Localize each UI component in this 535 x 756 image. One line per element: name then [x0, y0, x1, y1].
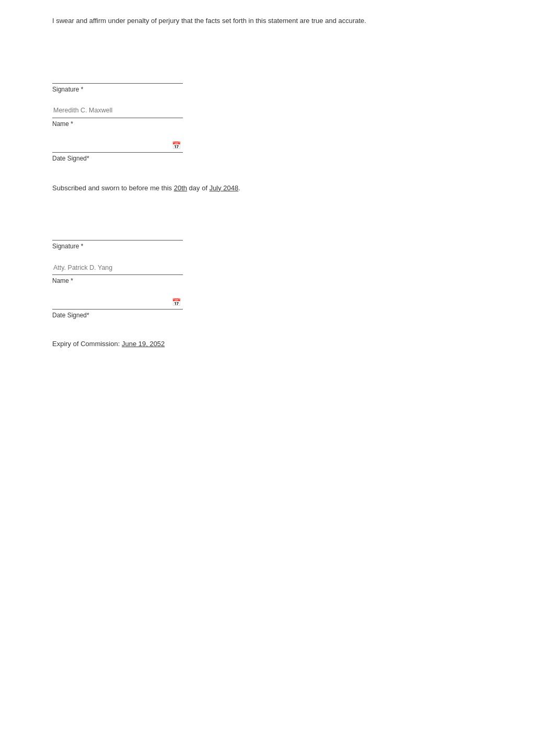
signer-date-input[interactable] — [52, 138, 183, 153]
page-content: I swear and affirm under penalty of perj… — [0, 0, 535, 379]
signer-date-label: Date Signed* — [52, 155, 483, 162]
signer-date-wrapper: 📅 — [52, 138, 183, 153]
subscribed-suffix: . — [238, 184, 240, 192]
signer-name-wrapper — [52, 104, 183, 118]
notary-signature-block: Signature * Name * 📅 Date Signed* — [52, 225, 483, 319]
notary-date-section: 📅 Date Signed* — [52, 295, 483, 319]
expiry-text: Expiry of Commission: June 19, 2052 — [52, 340, 483, 348]
subscribed-month-year: July 2048 — [210, 184, 239, 192]
signer-signature-section: Signature * — [52, 68, 483, 93]
notary-signature-label: Signature * — [52, 243, 483, 250]
notary-signature-line[interactable] — [52, 225, 183, 240]
expiry-prefix: Expiry of Commission: — [52, 340, 122, 348]
signer-name-input[interactable] — [52, 104, 183, 118]
signer-name-section: Name * — [52, 104, 483, 128]
notary-name-section: Name * — [52, 260, 483, 284]
notary-date-input[interactable] — [52, 295, 183, 310]
notary-name-input[interactable] — [52, 260, 183, 275]
signer-signature-line[interactable] — [52, 68, 183, 84]
signer-signature-label: Signature * — [52, 86, 483, 93]
notary-signature-section: Signature * — [52, 225, 483, 250]
notary-date-wrapper: 📅 — [52, 295, 183, 310]
notary-date-label: Date Signed* — [52, 312, 483, 319]
subscribed-day: 20th — [174, 184, 187, 192]
expiry-date: June 19, 2052 — [122, 340, 165, 348]
oath-text: I swear and affirm under penalty of perj… — [52, 16, 483, 26]
subscribed-middle: day of — [187, 184, 210, 192]
subscribed-text: Subscribed and sworn to before me this 2… — [52, 183, 483, 194]
notary-name-wrapper — [52, 260, 183, 275]
signer-date-section: 📅 Date Signed* — [52, 138, 483, 162]
notary-name-label: Name * — [52, 277, 483, 284]
subscribed-prefix: Subscribed and sworn to before me this — [52, 184, 174, 192]
signer-name-label: Name * — [52, 120, 483, 128]
signer-signature-block: Signature * Name * 📅 Date Signed* — [52, 68, 483, 162]
